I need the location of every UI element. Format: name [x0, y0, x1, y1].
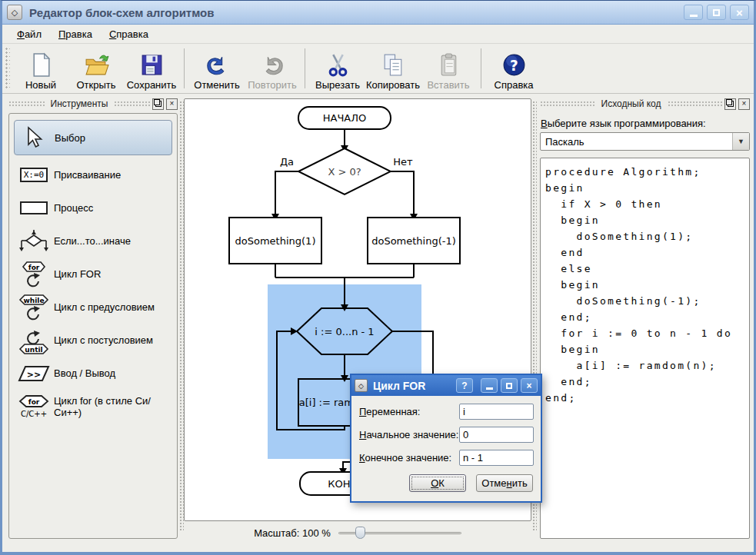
tool-if-then-else[interactable]: Если...то...иначе [14, 224, 172, 258]
code-line: else [545, 261, 744, 277]
language-label: Выберите язык программирования: [541, 118, 706, 129]
else-process-label: doSomething(-1) [371, 235, 456, 247]
c-for-loop-icon: for C/C++ [17, 394, 51, 420]
app-window: ◇ Редактор блок-схем алгоритмов × Файл П… [0, 0, 756, 555]
redo-icon [260, 52, 285, 78]
tool-until-loop[interactable]: until Цикл с постусловием [14, 324, 172, 357]
undo-icon [205, 52, 230, 78]
close-icon: × [170, 100, 175, 108]
dock-stipple [114, 101, 150, 107]
tool-assignment[interactable]: X:=0 Присваивание [14, 158, 172, 191]
menu-edit[interactable]: Правка [50, 26, 101, 42]
end-value-label: Конечное значение: [359, 452, 451, 464]
toolbar-separator [184, 48, 185, 88]
tool-select[interactable]: Выбор [14, 120, 172, 155]
menu-bar: Файл Правка Справка [2, 25, 754, 44]
new-button[interactable]: Новый [13, 44, 68, 93]
ok-button[interactable]: ОК [409, 474, 466, 492]
dialog-help-button[interactable]: ? [456, 378, 473, 393]
dock-stipple [668, 101, 723, 107]
title-bar: ◇ Редактор блок-схем алгоритмов × [2, 1, 754, 25]
redo-button[interactable]: Повторить [245, 44, 300, 93]
app-icon[interactable]: ◇ [7, 5, 22, 20]
minimize-button[interactable] [684, 5, 703, 20]
toolbar-separator [481, 48, 481, 88]
minimize-icon [486, 387, 493, 390]
maximize-button[interactable] [707, 5, 726, 20]
open-button[interactable]: Открыть [68, 44, 124, 93]
close-button[interactable]: × [730, 5, 749, 20]
variable-input[interactable]: i [459, 404, 534, 420]
close-icon: × [742, 100, 747, 108]
close-icon: × [736, 7, 743, 18]
code-line: end; [545, 374, 744, 390]
close-icon: × [526, 381, 531, 391]
svg-text:while: while [24, 296, 45, 304]
no-branch-label: Нет [393, 156, 413, 168]
language-combobox[interactable]: Паскаль ▼ [540, 132, 750, 151]
combo-dropdown-button[interactable]: ▼ [732, 133, 749, 150]
yes-branch-label: Да [280, 156, 294, 168]
tool-process[interactable]: Процесс [14, 191, 172, 224]
code-line: a[i] := ramdom(n); [545, 357, 744, 374]
help-icon: ? [461, 381, 467, 391]
code-line: end; [545, 309, 744, 325]
tool-input-output[interactable]: >> Ввод / Вывод [14, 357, 172, 390]
menu-help[interactable]: Справка [101, 26, 157, 42]
dialog-title-bar[interactable]: ◇ Цикл FOR ? × [351, 375, 541, 396]
code-line: begin [545, 180, 744, 196]
toolbar-drag-handle[interactable] [5, 47, 10, 90]
end-value-input[interactable]: n - 1 [459, 450, 534, 466]
code-line: end [545, 244, 744, 261]
language-value: Паскаль [541, 136, 732, 148]
process-icon [20, 201, 48, 214]
source-code-area[interactable]: procedure Algorithm; begin if X > 0 then… [540, 158, 750, 539]
dialog-icon: ◇ [355, 379, 368, 392]
maximize-icon [506, 383, 512, 389]
paste-button[interactable]: Вставить [421, 44, 476, 93]
condition-label: X > 0? [328, 166, 361, 178]
tools-panel-header: Инструменты × [8, 97, 178, 111]
svg-text:for: for [28, 263, 40, 271]
tool-while-loop[interactable]: while Цикл с предусловием [14, 291, 172, 324]
dock-stipple [8, 101, 45, 107]
zoom-slider-handle[interactable] [355, 527, 365, 539]
source-panel-header: Исходный код × [540, 97, 750, 111]
help-button[interactable]: ? Справка [486, 44, 541, 93]
save-button[interactable]: Сохранить [124, 44, 179, 93]
copy-icon [381, 52, 406, 78]
start-value-input[interactable]: 0 [459, 427, 534, 443]
source-panel-title: Исходный код [595, 98, 668, 109]
source-close-button[interactable]: × [738, 98, 750, 110]
start-value-label: Начальное значение: [359, 429, 458, 440]
cancel-button[interactable]: Отменить [476, 474, 533, 492]
code-line: for i := 0 to n - 1 do [545, 325, 744, 341]
tools-panel-title: Инструменты [45, 98, 115, 109]
svg-text:>>: >> [27, 369, 41, 379]
code-line: begin [545, 277, 744, 293]
source-float-button[interactable] [724, 98, 736, 110]
code-line: begin [545, 341, 744, 357]
menu-file[interactable]: Файл [8, 26, 50, 42]
dialog-title: Цикл FOR [373, 380, 453, 392]
minimize-icon [690, 15, 698, 17]
dialog-close-button[interactable]: × [521, 378, 538, 393]
dialog-maximize-button[interactable] [501, 378, 518, 393]
open-folder-icon [84, 52, 109, 78]
svg-text:?: ? [510, 58, 518, 74]
zoom-slider[interactable] [338, 526, 461, 540]
tools-close-button[interactable]: × [166, 98, 178, 110]
tool-for-loop[interactable]: for Цикл FOR [14, 258, 172, 291]
io-icon: >> [18, 365, 50, 382]
tools-float-button[interactable] [152, 98, 164, 110]
code-line: begin [545, 212, 744, 228]
cut-button[interactable]: Вырезать [310, 44, 365, 93]
cursor-icon [25, 126, 45, 149]
undo-button[interactable]: Отменить [189, 44, 245, 93]
zoom-label: Масштаб: 100 % [254, 527, 331, 539]
new-document-icon [28, 52, 54, 78]
dialog-minimize-button[interactable] [481, 378, 498, 393]
tool-c-for-loop[interactable]: for C/C++ Цикл for (в стиле Си/Си++) [14, 390, 172, 423]
copy-button[interactable]: Копировать [365, 44, 421, 93]
tools-panel: Выбор X:=0 Присваивание Процесс [8, 113, 178, 539]
